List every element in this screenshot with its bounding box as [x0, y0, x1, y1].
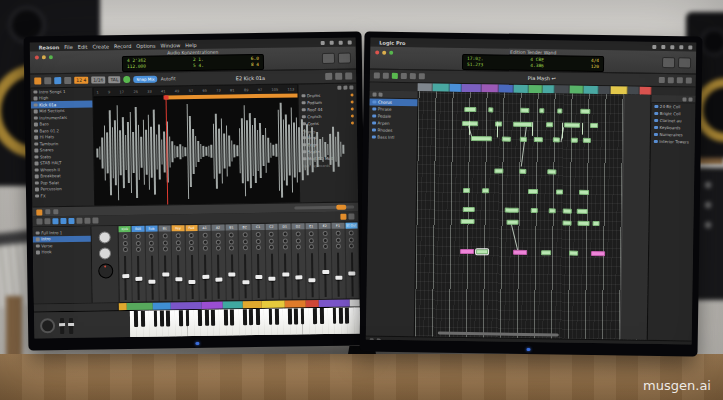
menu-item[interactable]: Window [161, 42, 181, 48]
midi-note[interactable] [541, 250, 550, 255]
key-zone-segment[interactable] [171, 302, 202, 309]
transport-lcd[interactable]: 17:02.4 CBE4/4 51.2734.386120 [462, 54, 604, 72]
more-icon[interactable] [688, 97, 692, 101]
fader-cap[interactable] [349, 271, 356, 275]
piano-roll-grid[interactable] [415, 91, 651, 340]
region-segment[interactable] [555, 85, 570, 93]
pan-knob[interactable] [349, 244, 354, 249]
channel-strip[interactable]: St Out [345, 222, 360, 298]
fader-cap[interactable] [282, 273, 289, 277]
fader-track[interactable] [212, 253, 225, 301]
midi-note[interactable] [569, 250, 578, 255]
horizontal-scrollbar[interactable] [438, 332, 559, 337]
status-icon[interactable] [652, 44, 656, 48]
mixer-tool[interactable] [92, 218, 98, 224]
pan-knob[interactable] [162, 240, 167, 245]
menu-item[interactable]: File [64, 43, 72, 49]
black-key[interactable] [288, 308, 292, 324]
region-segment[interactable] [569, 86, 584, 94]
app-menu[interactable]: Logic Pro [379, 39, 405, 45]
black-key[interactable] [320, 308, 324, 324]
black-key[interactable] [256, 309, 260, 325]
fader-track[interactable] [172, 253, 185, 301]
channel-strip[interactable]: Pad [185, 225, 200, 301]
pan-knob[interactable] [189, 233, 194, 238]
key-zone-segment[interactable] [261, 301, 284, 308]
mixer-tool[interactable] [36, 218, 42, 224]
pan-knob[interactable] [176, 246, 181, 251]
channel-strip[interactable]: B2 [238, 224, 253, 300]
channel-strip[interactable]: Kick [119, 226, 134, 302]
midi-note[interactable] [507, 220, 519, 225]
fader-track[interactable] [199, 253, 212, 301]
pan-knob[interactable] [322, 237, 327, 242]
fader-cap[interactable] [295, 275, 302, 279]
eraser-tool-icon[interactable] [401, 73, 407, 79]
fader-cap[interactable] [322, 270, 329, 274]
midi-note[interactable] [461, 219, 475, 224]
fader-cap[interactable] [215, 277, 222, 281]
view-button[interactable] [345, 73, 352, 80]
pan-knob[interactable] [282, 245, 287, 250]
midi-note[interactable] [563, 209, 572, 214]
pencil-tool-icon[interactable] [383, 73, 389, 79]
midi-note[interactable] [482, 188, 489, 193]
channel-strip[interactable]: D1 [278, 223, 293, 299]
pan-knob[interactable] [282, 238, 287, 243]
fader-track[interactable] [239, 252, 252, 300]
mixer-rec-button[interactable] [340, 214, 346, 220]
fader-cap[interactable] [242, 280, 249, 284]
pan-knob[interactable] [269, 245, 274, 250]
region-segment[interactable] [543, 85, 555, 93]
black-key[interactable] [185, 310, 189, 326]
channel-strip[interactable]: E2 [318, 223, 333, 299]
midi-note[interactable] [539, 108, 545, 113]
channel-strip[interactable]: E1 [305, 223, 320, 299]
fader-track[interactable] [226, 252, 239, 300]
midi-note[interactable] [577, 209, 588, 214]
black-key[interactable] [339, 308, 343, 324]
black-key[interactable] [332, 308, 336, 324]
pan-knob[interactable] [242, 232, 247, 237]
fader-cap[interactable] [335, 276, 342, 280]
menu-item[interactable]: Help [185, 41, 196, 47]
black-key[interactable] [141, 311, 145, 327]
mixer-view-button[interactable] [68, 218, 74, 224]
region-segment[interactable] [450, 84, 462, 92]
midi-note[interactable] [465, 107, 477, 112]
midi-note[interactable] [494, 168, 503, 173]
fader-track[interactable] [119, 254, 132, 302]
pan-knob[interactable] [269, 232, 274, 237]
enabled-dot-icon[interactable] [351, 121, 354, 124]
tool-button[interactable] [44, 77, 51, 84]
midi-note[interactable] [593, 221, 600, 226]
fader-track[interactable] [266, 252, 279, 300]
enabled-dot-icon[interactable] [351, 100, 354, 103]
menu-item[interactable]: Options [136, 42, 155, 48]
midi-note[interactable] [528, 189, 537, 194]
pan-knob[interactable] [189, 246, 194, 251]
folder-icon[interactable] [337, 86, 341, 90]
key-zone-segment[interactable] [318, 300, 349, 307]
midi-note[interactable] [519, 169, 526, 174]
autofit-label[interactable]: Autofit [161, 76, 176, 81]
pointer-tool-icon[interactable] [374, 73, 380, 79]
region-segment[interactable] [610, 86, 627, 94]
fader-cap[interactable] [269, 277, 276, 281]
scissors-tool-icon[interactable] [410, 73, 416, 79]
midi-note[interactable] [546, 123, 553, 128]
fader-cap[interactable] [122, 274, 129, 278]
settings-gear-icon[interactable] [686, 77, 692, 83]
midi-note[interactable] [505, 208, 519, 213]
fader-cap[interactable] [255, 274, 262, 278]
record-ready-button[interactable] [123, 76, 130, 83]
pan-knob[interactable] [176, 240, 181, 245]
pan-knob[interactable] [269, 238, 274, 243]
inspector-item[interactable]: Interior Towers [651, 138, 695, 146]
mixer-zoom-slider[interactable] [294, 206, 354, 210]
inspector-toggle-button[interactable] [678, 57, 691, 68]
midi-note[interactable] [557, 108, 562, 113]
midi-note[interactable] [591, 251, 605, 256]
region-segment[interactable] [584, 86, 599, 94]
mixer-mode-button[interactable] [53, 209, 58, 214]
